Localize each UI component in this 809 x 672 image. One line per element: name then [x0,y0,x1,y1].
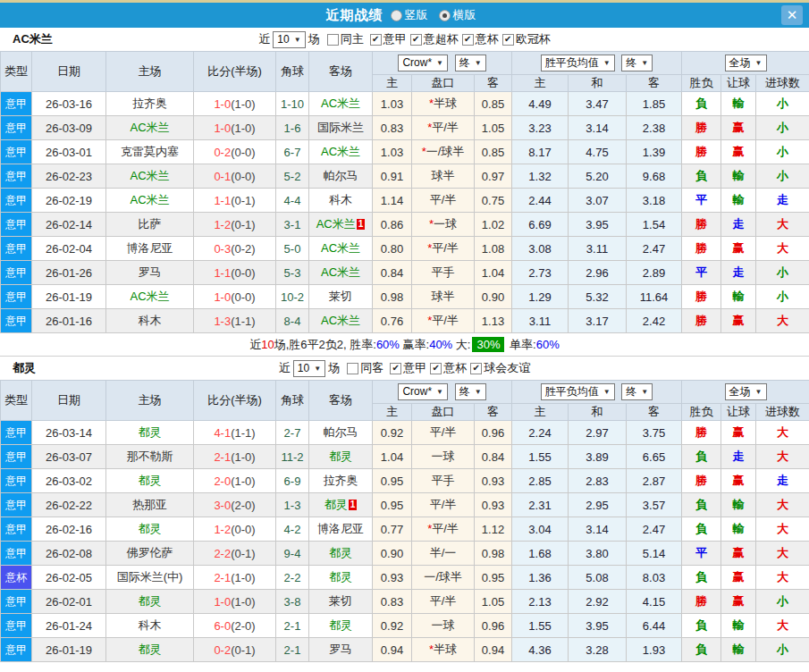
halftime-score: (2-0) [231,619,255,633]
match-count-select[interactable]: 10 ▼ [273,31,305,48]
avg-draw-cell: 3.28 [569,638,627,662]
checkbox-icon[interactable] [502,34,514,46]
col-odds-away: 客 [475,404,512,421]
date-cell: 26-02-05 [32,566,106,590]
competition-type-cell: 意甲 [1,309,32,333]
home-team-cell: 热那亚 [106,493,194,517]
away-odds-cell: 1.02 [475,213,512,237]
date-cell: 26-01-19 [32,638,106,662]
goals-result-cell: 走 [756,189,809,213]
avg-time-select[interactable]: 终 ▼ [621,383,653,400]
handicap-cell: *平/半 [412,237,475,261]
away-team-cell: 都灵1 [309,493,373,517]
halftime-score: (0-2) [231,242,255,256]
corner-cell: 9-4 [276,542,309,566]
competition-filter[interactable]: 意甲 [370,31,407,47]
bookmaker-value: Crow* [402,385,432,398]
corner-cell: 2-1 [276,638,309,662]
handicap-cell: 平/半 [412,493,475,517]
match-row: 意甲26-03-14都灵4-1(1-1)2-7帕尔马0.92平/半0.962.2… [1,421,809,445]
avg-draw-cell: 2.97 [569,421,627,445]
goals-result-cell: 小 [756,140,809,164]
match-count-value: 10 [277,33,289,46]
result-cell: 平 [682,542,721,566]
same-venue-checkbox[interactable]: 同主 [327,31,364,47]
summary-part: 大: [452,337,470,353]
halftime-score: (1-0) [231,595,255,609]
match-row: 意甲26-02-16都灵1-2(0-0)4-2博洛尼亚0.77*平/半1.123… [1,517,809,542]
close-button[interactable]: ✕ [781,5,803,25]
avg-draw-cell: 3.17 [569,309,627,333]
same-venue-checkbox[interactable]: 同客 [347,360,383,376]
result-cell: 負 [682,638,721,662]
checkbox-icon[interactable] [347,363,358,374]
scope-select[interactable]: 全场 ▼ [725,55,767,71]
competition-filter[interactable]: 意杯 [430,360,467,376]
team-label: 都灵 [139,594,162,608]
team-label: 热那亚 [132,498,167,511]
avg-away-cell: 5.14 [627,542,682,566]
home-team-cell: 那不勒斯 [106,445,194,469]
checkbox-icon[interactable] [470,363,482,374]
avg-draw-cell: 2.83 [569,469,627,493]
handicap-change-marker: * [427,121,432,134]
competition-filter[interactable]: 意超杯 [410,31,459,47]
home-team-cell: 佛罗伦萨 [106,542,194,566]
avg-home-cell: 1.32 [512,164,569,189]
bookmaker-select[interactable]: Crow* ▼ [398,383,448,400]
corner-cell: 11-2 [276,445,309,469]
layout-option-vertical[interactable]: 竖版 [391,7,428,23]
odds-time-select[interactable]: 终 ▼ [455,55,486,71]
col-corner: 角球 [276,381,309,421]
match-row: 意甲26-02-08佛罗伦萨2-2(0-1)9-4都灵0.90半/一0.981.… [1,542,809,566]
checkbox-icon[interactable] [430,363,442,374]
team-label: 国际米兰 [317,121,364,134]
result-cell: 負 [682,517,721,542]
home-team-cell: AC米兰 [106,116,194,140]
corner-cell: 2-7 [276,421,309,445]
score-cell: 0-2(0-1) [194,638,276,662]
away-odds-cell: 0.97 [475,164,512,189]
scope-select[interactable]: 全场 ▼ [725,383,767,400]
avg-away-cell: 1.39 [627,140,682,164]
checkbox-icon[interactable] [462,34,474,46]
col-score: 比分(半场) [194,52,276,92]
radio-icon[interactable] [391,10,402,21]
checkbox-icon[interactable] [327,34,339,46]
avg-type-select[interactable]: 胜平负均值 ▼ [541,55,615,71]
avg-type-select[interactable]: 胜平负均值 ▼ [541,383,615,400]
avg-draw-cell: 3.95 [569,213,627,237]
bookmaker-select[interactable]: Crow* ▼ [398,55,448,71]
handicap-cell: 一/球半 [412,566,475,590]
team-label: 都灵 [329,570,352,584]
avg-away-cell: 2.89 [627,261,682,285]
handicap-result-cell: 赢 [721,566,756,590]
match-row: 意甲26-03-07那不勒斯2-1(1-0)11-2都灵1.04一球0.841.… [1,445,809,469]
competition-filter[interactable]: 球会友谊 [470,360,530,376]
score-cell: 1-1(0-1) [194,189,276,213]
odds-time-select[interactable]: 终 ▼ [455,383,486,400]
competition-filter[interactable]: 意杯 [462,31,499,47]
score-cell: 1-0(1-0) [194,92,276,116]
team-label: 那不勒斯 [127,449,173,463]
checkbox-icon[interactable] [390,363,401,374]
avg-time-select[interactable]: 终 ▼ [621,55,653,71]
avg-home-cell: 3.04 [512,517,569,542]
corner-cell: 5-3 [276,261,309,285]
corner-cell: 5-2 [276,164,309,189]
checkbox-icon[interactable] [370,34,382,46]
handicap-cell: 半/一 [412,542,475,566]
handicap-result-cell: 輸 [721,92,756,116]
halftime-score: (0-1) [231,218,255,231]
competition-filter[interactable]: 意甲 [390,360,426,376]
away-odds-cell: 0.96 [475,614,512,638]
col-handicap: 盘口 [412,404,475,421]
checkbox-icon[interactable] [410,34,422,46]
handicap-result-cell: 赢 [721,469,756,493]
match-count-select[interactable]: 10 ▼ [293,360,325,377]
col-result: 胜负 [682,404,721,421]
competition-filter[interactable]: 欧冠杯 [502,31,551,47]
layout-option-horizontal[interactable]: 横版 [439,7,476,23]
radio-checked-icon[interactable] [439,10,451,21]
competition-label: 意甲 [403,360,426,376]
